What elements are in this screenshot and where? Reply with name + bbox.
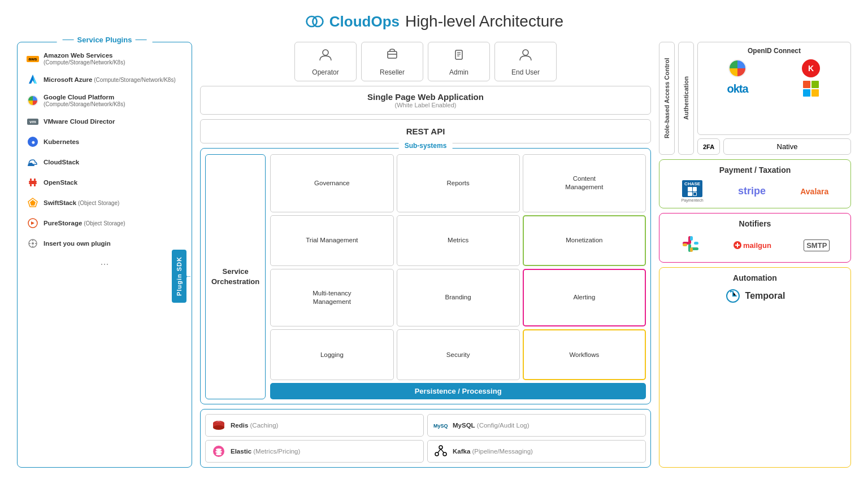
- subsystems-container: Sub-systems ServiceOrchestration Governa…: [200, 148, 651, 404]
- subsystems-title: Sub-systems: [399, 142, 453, 150]
- svg-rect-20: [388, 51, 397, 58]
- plugin-item-gcp: Google Cloud Platform (Compute/Storage/N…: [22, 90, 187, 111]
- service-orchestration-box: ServiceOrchestration: [205, 154, 266, 399]
- plugin-item-swiftstack: SwiftStack (Object Storage): [22, 193, 187, 213]
- page-header: CloudOps High-level Architecture: [17, 11, 851, 32]
- plugin-item-kubernetes: ⎈ Kubernetes: [22, 132, 187, 152]
- svg-point-1: [313, 16, 323, 27]
- subsystem-grid-wrapper: Governance Reports ContentManagement Tri…: [270, 154, 646, 399]
- openid-native-col: OpenID Connect K okta: [697, 42, 851, 155]
- svg-rect-5: [29, 182, 37, 184]
- svg-point-35: [439, 446, 442, 449]
- multitenancy-cell: Multi-tenancyManagement: [270, 269, 393, 327]
- svg-rect-22: [455, 50, 462, 59]
- stripe-logo: stripe: [738, 185, 766, 197]
- cloudstack-icon: [27, 156, 39, 168]
- azure-icon: [27, 73, 39, 86]
- plugin-item-purestorage: PureStorage (Object Storage): [22, 213, 187, 233]
- slack-logo: [680, 234, 701, 256]
- user-box-operator: Operator: [294, 42, 357, 81]
- svg-line-39: [441, 449, 444, 452]
- reseller-label: Reseller: [380, 68, 405, 76]
- db-elastic: Elastic (Metrics/Pricing): [205, 440, 424, 463]
- svg-rect-42: [690, 236, 693, 241]
- kafka-icon: [433, 444, 448, 459]
- avalara-logo: Avalara: [800, 186, 828, 197]
- governance-cell: Governance: [270, 154, 393, 212]
- plugin-item-azure: Microsoft Azure (Compute/Storage/Network…: [22, 69, 187, 90]
- webapp-sub: (White Label Enabled): [206, 102, 645, 108]
- svg-point-14: [32, 242, 34, 245]
- metrics-cell: Metrics: [397, 215, 520, 266]
- redis-icon: [211, 418, 226, 433]
- alerting-cell: Alerting: [523, 269, 646, 327]
- automation-content: Temporal: [666, 288, 844, 304]
- smtp-logo: SMTP: [804, 240, 830, 250]
- cloudops-logo-icon: [305, 11, 325, 32]
- notifiers-box: Notifiers: [659, 213, 851, 263]
- webapp-box: Single Page Web Application (White Label…: [200, 86, 651, 115]
- payment-logos: CHASE Paymentech stripe: [666, 180, 844, 202]
- auth-label: Authentication: [678, 42, 694, 155]
- openid-title: OpenID Connect: [702, 47, 846, 55]
- logging-cell: Logging: [270, 329, 393, 380]
- svg-point-37: [443, 452, 446, 456]
- monetization-cell: Monetization: [523, 215, 646, 266]
- payment-title: Payment / Taxation: [666, 165, 844, 175]
- svg-rect-6: [30, 178, 32, 181]
- plugin-dots: ...: [22, 254, 187, 270]
- temporal-icon: [725, 288, 741, 304]
- users-row: Operator Reseller Admin: [200, 42, 651, 81]
- svg-rect-47: [690, 247, 693, 252]
- aws-icon: aws: [27, 53, 39, 65]
- brand-name: CloudOps: [329, 13, 400, 30]
- openid-logos: K okta: [702, 59, 846, 97]
- restapi-box: REST API: [200, 119, 651, 143]
- enduser-icon: [518, 47, 533, 66]
- security-cell: Security: [397, 329, 520, 380]
- svg-point-26: [523, 50, 528, 55]
- plugin-item-openstack: OpenStack: [22, 172, 187, 193]
- enduser-label: End User: [511, 68, 540, 76]
- logo: CloudOps: [305, 11, 400, 32]
- db-container: Redis (Caching) MySQL MySQL (Config/Audi…: [200, 409, 651, 468]
- vmware-icon: vm: [27, 115, 39, 128]
- chase-logo: CHASE Paymentech: [682, 180, 704, 202]
- mysql-icon: MySQL: [433, 418, 448, 433]
- admin-icon: [451, 47, 467, 66]
- swiftstack-icon: [27, 197, 39, 209]
- automation-box: Automation Temporal: [659, 267, 851, 468]
- gcp-icon: [27, 94, 39, 107]
- rbac-label: Role-based Access Control: [659, 42, 675, 155]
- okta-logo: okta: [702, 81, 772, 97]
- operator-icon: [318, 47, 333, 66]
- plugin-item-custom: Insert you own plugin: [22, 233, 187, 254]
- svg-point-36: [435, 452, 439, 456]
- content-management-cell: ContentManagement: [523, 154, 646, 212]
- svg-rect-43: [694, 242, 698, 245]
- svg-text:MySQL: MySQL: [433, 423, 448, 429]
- service-orchestration-label: ServiceOrchestration: [211, 267, 259, 287]
- mailgun-logo: mailgun: [733, 241, 771, 250]
- db-mysql: MySQL MySQL (Config/Audit Log): [427, 414, 646, 437]
- plugin-item-cloudstack: CloudStack: [22, 152, 187, 172]
- branding-cell: Branding: [397, 269, 520, 327]
- webapp-title: Single Page Web Application: [206, 92, 645, 102]
- elastic-icon: [211, 444, 226, 459]
- service-plugins-title: Service Plugins: [57, 36, 153, 44]
- page-title: High-level Architecture: [405, 12, 563, 30]
- svg-point-29: [213, 425, 224, 430]
- plugin-item-vmware: vm VMware Cloud Director: [22, 111, 187, 132]
- main-layout: Service Plugins aws Amazon Web Services …: [17, 42, 851, 468]
- twofa-cell: 2FA: [697, 138, 720, 155]
- svg-point-19: [323, 50, 328, 55]
- custom-plugin-icon: [27, 237, 39, 250]
- persistence-box: Persistence / Processing: [270, 383, 646, 399]
- sdk-arrows: ←: [184, 272, 192, 281]
- k8s-icon: ⎈: [27, 136, 39, 148]
- auth-section: Role-based Access Control Authentication…: [659, 42, 851, 155]
- db-kafka: Kafka (Pipeline/Messaging): [427, 440, 646, 463]
- workflows-cell: Workflows: [523, 329, 646, 380]
- svg-point-33: [215, 451, 222, 453]
- service-plugins-panel: Service Plugins aws Amazon Web Services …: [17, 42, 192, 468]
